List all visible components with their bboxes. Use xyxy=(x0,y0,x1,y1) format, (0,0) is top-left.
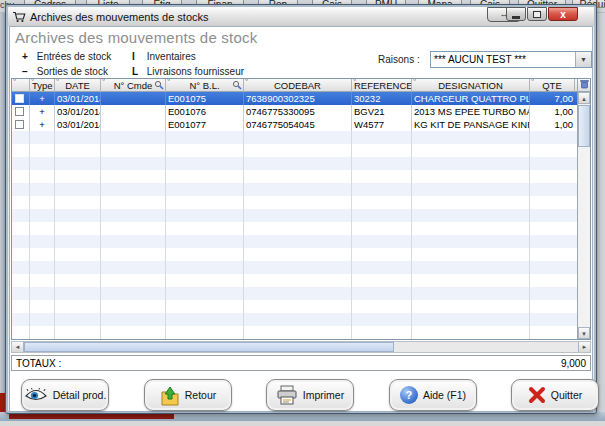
table-row[interactable]: + 03/01/2014 E001076 0746775330095 BGV21… xyxy=(12,105,590,118)
vertical-scroll-thumb[interactable] xyxy=(578,105,590,147)
column-pin-icon: ° xyxy=(56,79,59,86)
totals-label: TOTAUX : xyxy=(12,358,561,369)
cell-cmde xyxy=(101,118,166,131)
cell-type: + xyxy=(30,105,55,118)
arrow-left-icon: ◄ xyxy=(15,344,21,350)
cell-type: + xyxy=(30,118,55,131)
cell-date: 03/01/2014 xyxy=(55,92,101,105)
header-type[interactable]: °Type xyxy=(30,79,55,92)
cell-qte: 7,00 xyxy=(530,92,575,105)
cell-designation: CHARGEUR QUATTRO PLUS + 2 xyxy=(412,92,530,105)
legend-entrees: + Entrées de stock xyxy=(22,51,111,62)
header-bl[interactable]: °N° B.L. xyxy=(166,79,244,92)
table-row[interactable]: + 03/01/2014 E001077 0746775054045 W4577… xyxy=(12,118,590,131)
desktop-strip xyxy=(0,421,605,426)
scroll-left-button[interactable]: ◄ xyxy=(12,342,24,352)
table-row[interactable]: + 03/01/2014 E001075 7638900302325 30232… xyxy=(12,92,590,105)
header-designation[interactable]: °DESIGNATION xyxy=(412,79,530,92)
column-pin-icon: ° xyxy=(413,79,416,86)
printer-icon xyxy=(276,385,298,405)
print-button[interactable]: Imprimer xyxy=(266,379,354,411)
search-icon[interactable] xyxy=(232,80,242,90)
header-select[interactable]: ° xyxy=(12,79,30,92)
help-button[interactable]: ? Aide (F1) xyxy=(389,379,477,411)
column-divider xyxy=(29,131,30,339)
stock-movements-table: ° °Type °DATE °N° Cmde °N° B.L. °CODEBAR… xyxy=(11,78,591,340)
detail-product-button[interactable]: Détail prod. xyxy=(21,379,109,411)
print-label: Imprimer xyxy=(303,389,344,401)
legend-inventaires-label: Inventaires xyxy=(147,51,196,62)
scroll-up-button[interactable]: ▲ xyxy=(578,92,590,104)
window-title: Archives des mouvements de stocks xyxy=(26,11,209,23)
horizontal-scroll-thumb[interactable] xyxy=(24,342,394,352)
row-checkbox[interactable] xyxy=(15,107,24,116)
return-button[interactable]: Retour xyxy=(144,379,232,411)
header-cmde[interactable]: °N° Cmde xyxy=(101,79,166,92)
quit-label: Quitter xyxy=(551,389,583,401)
folder-return-icon xyxy=(160,385,180,406)
row-checkbox-cell xyxy=(12,105,30,118)
cart-icon xyxy=(12,11,26,23)
minimize-icon xyxy=(512,16,520,19)
cell-bl: E001077 xyxy=(166,118,244,131)
legend-inventaires-symbol: I xyxy=(132,51,144,62)
row-checkbox[interactable] xyxy=(15,120,24,129)
legend-entrees-label: Entrées de stock xyxy=(37,51,111,62)
cell-date: 03/01/2014 xyxy=(55,118,101,131)
column-pin-icon: ° xyxy=(245,79,248,86)
header-codebar[interactable]: °CODEBAR xyxy=(244,79,352,92)
close-icon: x xyxy=(560,9,566,20)
maximize-icon xyxy=(533,11,541,18)
column-divider xyxy=(165,131,166,339)
cell-qte: 1,00 xyxy=(530,118,575,131)
cell-reference: 30232 xyxy=(352,92,412,105)
maximize-button[interactable] xyxy=(527,7,547,21)
return-label: Retour xyxy=(185,389,217,401)
horizontal-scrollbar[interactable]: ◄ ► xyxy=(11,341,591,353)
column-divider xyxy=(100,131,101,339)
raisons-select[interactable]: *** AUCUN TEST *** ▼ xyxy=(430,51,592,68)
header-date[interactable]: °DATE xyxy=(55,79,101,92)
legend-livraisons-symbol: L xyxy=(132,66,144,77)
scroll-down-button[interactable]: ▼ xyxy=(578,327,590,339)
legend-livraisons: L Livraisons fournisseur xyxy=(132,66,244,77)
cell-qte: 1,00 xyxy=(530,105,575,118)
help-label: Aide (F1) xyxy=(423,389,466,401)
legend-sorties: − Sorties de stock xyxy=(22,66,108,77)
legend-sorties-symbol: − xyxy=(22,66,34,77)
cell-designation: 2013 MS EPEE TURBO MAX STE xyxy=(412,105,530,118)
quit-button[interactable]: Quitter xyxy=(511,379,599,411)
chevron-down-icon[interactable]: ▼ xyxy=(575,52,591,67)
column-divider xyxy=(351,131,352,339)
eye-icon xyxy=(24,388,48,402)
column-pin-icon: ° xyxy=(102,79,105,86)
legend-entrees-symbol: + xyxy=(22,51,34,62)
column-pin-icon: ° xyxy=(353,79,356,86)
header-qte[interactable]: °QTE xyxy=(530,79,575,92)
page-title: Archives des mouvements de stock xyxy=(15,29,257,46)
trash-icon[interactable] xyxy=(578,79,590,92)
column-pin-icon: ° xyxy=(13,79,16,86)
row-checkbox[interactable] xyxy=(15,94,24,103)
red-x-icon xyxy=(528,386,546,404)
detail-product-label: Détail prod. xyxy=(53,389,107,401)
column-pin-icon: ° xyxy=(167,79,170,86)
column-pin-icon: ° xyxy=(31,79,34,86)
help-icon: ? xyxy=(400,386,418,404)
table-header-row: ° °Type °DATE °N° Cmde °N° B.L. °CODEBAR… xyxy=(12,79,590,92)
scroll-right-button[interactable]: ► xyxy=(578,342,590,352)
vertical-scrollbar[interactable]: ▲ ▼ xyxy=(577,79,590,339)
column-pin-icon: ° xyxy=(531,79,534,86)
cell-codebar: 7638900302325 xyxy=(244,92,352,105)
search-icon[interactable] xyxy=(154,80,164,90)
header-reference[interactable]: °REFERENCE xyxy=(352,79,412,92)
cell-type: + xyxy=(30,92,55,105)
arrow-up-icon: ▲ xyxy=(581,96,587,102)
minimize-button[interactable] xyxy=(506,7,526,21)
legend-inventaires: I Inventaires xyxy=(132,51,196,62)
cell-bl: E001075 xyxy=(166,92,244,105)
horizontal-scroll-track[interactable] xyxy=(394,342,578,352)
row-checkbox-cell xyxy=(12,118,30,131)
close-button[interactable]: x xyxy=(548,7,578,21)
raisons-selected-value: *** AUCUN TEST *** xyxy=(431,52,575,67)
